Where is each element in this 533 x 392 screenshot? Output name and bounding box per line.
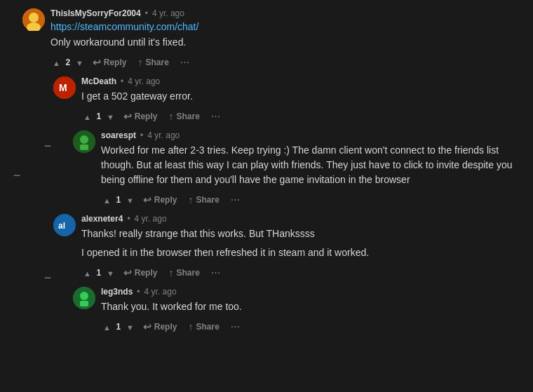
downvote-mcdeath[interactable] xyxy=(104,109,116,124)
vote-section-mcdeath: 1 xyxy=(81,109,116,124)
more-button-alexneter[interactable]: ··· xyxy=(207,265,224,281)
more-button-top[interactable]: ··· xyxy=(176,55,194,70)
vote-count-soarespt: 1 xyxy=(116,195,121,205)
share-icon-mcdeath xyxy=(168,111,173,122)
collapse-button-alexneter[interactable] xyxy=(42,215,53,341)
comment-row-alexneter: al alexneter4 • 4 yr. ago Thanks! really… xyxy=(53,214,522,281)
username-top: ThisIsMySorryFor2004 xyxy=(50,8,141,18)
top-comment-container: ThisIsMySorryFor2004 • 4 yr. ago https:/… xyxy=(11,8,522,341)
share-button-soarespt[interactable]: Share xyxy=(184,191,223,208)
timestamp-top: 4 yr. ago xyxy=(152,8,184,18)
downvote-icon-top xyxy=(76,56,83,69)
reply-button-mcdeath[interactable]: Reply xyxy=(119,108,162,125)
indent-soarespt: soarespt • 4 yr. ago Worked for me after… xyxy=(73,130,522,208)
upvote-mcdeath[interactable] xyxy=(81,109,93,124)
vote-section-top: 2 xyxy=(50,55,86,70)
comment-header-alexneter: alexneter4 • 4 yr. ago xyxy=(81,214,522,224)
minus-icon-alexneter xyxy=(44,271,52,285)
comment-text-top: Only workaround until it's fixed. xyxy=(50,35,522,50)
upvote-leg3nds[interactable] xyxy=(101,319,113,334)
share-icon-leg3nds xyxy=(188,321,193,332)
indent-alexneter: al alexneter4 • 4 yr. ago Thanks! really… xyxy=(42,214,522,341)
collapse-button-mcdeath[interactable] xyxy=(42,78,53,214)
reply-button-soarespt[interactable]: Reply xyxy=(139,191,182,208)
top-comment-subthread: ThisIsMySorryFor2004 • 4 yr. ago https:/… xyxy=(22,8,522,341)
share-button-leg3nds[interactable]: Share xyxy=(184,318,223,335)
mcdeath-subthread: M McDeath • 4 yr. ago I get a 502 gatewa… xyxy=(53,76,522,214)
reply-icon-top xyxy=(93,57,101,68)
svg-rect-12 xyxy=(80,301,88,306)
comment-actions-mcdeath: 1 Reply Share xyxy=(81,108,522,125)
comment-thread: ThisIsMySorryFor2004 • 4 yr. ago https:/… xyxy=(0,0,533,349)
comment-body-alexneter: alexneter4 • 4 yr. ago Thanks! really st… xyxy=(81,214,522,281)
username-soarespt: soarespt xyxy=(101,130,136,140)
comment-header-leg3nds: leg3nds • 4 yr. ago xyxy=(101,287,522,297)
comment-text-soarespt: Worked for me after 2-3 tries. Keep tryi… xyxy=(101,143,522,187)
upvote-icon-leg3nds xyxy=(103,320,111,333)
downvote-icon-mcdeath xyxy=(107,110,114,123)
share-icon-soarespt xyxy=(188,194,193,205)
avatar-mcdeath: M xyxy=(53,76,76,99)
vote-count-alexneter: 1 xyxy=(96,268,102,278)
timestamp-alexneter: 4 yr. ago xyxy=(135,214,167,224)
timestamp-mcdeath: 4 yr. ago xyxy=(128,76,160,86)
username-leg3nds: leg3nds xyxy=(101,287,133,297)
share-button-top[interactable]: Share xyxy=(133,54,173,71)
more-button-mcdeath[interactable]: ··· xyxy=(207,109,224,124)
comment-header-mcdeath: McDeath • 4 yr. ago xyxy=(81,76,522,86)
reply-icon-alexneter xyxy=(123,267,132,278)
share-icon-alexneter xyxy=(168,267,173,278)
comment-text-alexneter-1: Thanks! really strange that this works. … xyxy=(81,227,522,241)
comment-row-top: ThisIsMySorryFor2004 • 4 yr. ago https:/… xyxy=(22,8,522,71)
upvote-soarespt[interactable] xyxy=(101,192,113,208)
svg-rect-7 xyxy=(80,144,88,150)
share-button-alexneter[interactable]: Share xyxy=(164,264,203,281)
reply-icon-leg3nds xyxy=(143,321,151,332)
upvote-top[interactable] xyxy=(50,55,62,70)
collapse-button-top[interactable] xyxy=(11,10,22,341)
avatar-leg3nds xyxy=(73,287,95,309)
svg-text:al: al xyxy=(58,221,65,231)
share-button-mcdeath[interactable]: Share xyxy=(164,108,203,125)
timestamp-leg3nds: 4 yr. ago xyxy=(144,287,177,297)
steam-link[interactable]: https://steamcommunity.com/chat/ xyxy=(50,21,522,32)
comment-body-leg3nds: leg3nds • 4 yr. ago Thank you. It worked… xyxy=(101,287,522,335)
comment-row-leg3nds: leg3nds • 4 yr. ago Thank you. It worked… xyxy=(73,287,522,335)
reply-button-alexneter[interactable]: Reply xyxy=(119,264,162,281)
svg-point-6 xyxy=(80,135,88,144)
reply-button-top[interactable]: Reply xyxy=(88,54,131,71)
downvote-alexneter[interactable] xyxy=(104,265,116,281)
vote-count-leg3nds: 1 xyxy=(116,322,121,332)
vote-count-mcdeath: 1 xyxy=(96,111,102,121)
downvote-icon-alexneter xyxy=(107,266,114,279)
comment-actions-top: 2 Reply Share ··· xyxy=(50,54,522,71)
downvote-leg3nds[interactable] xyxy=(124,319,136,334)
comment-text-alexneter-2: I opened it in the browser then refreshe… xyxy=(81,245,522,260)
upvote-icon-mcdeath xyxy=(83,110,91,123)
upvote-alexneter[interactable] xyxy=(81,265,93,281)
vote-section-soarespt: 1 xyxy=(101,192,136,208)
svg-point-1 xyxy=(29,13,39,22)
comment-actions-alexneter: 1 Reply Share xyxy=(81,264,522,281)
more-button-soarespt[interactable]: ··· xyxy=(227,192,244,208)
mcdeath-comment-container: M McDeath • 4 yr. ago I get a 502 gatewa… xyxy=(42,76,522,214)
downvote-soarespt[interactable] xyxy=(124,192,136,208)
username-mcdeath: McDeath xyxy=(81,76,116,86)
comment-body-soarespt: soarespt • 4 yr. ago Worked for me after… xyxy=(101,130,522,208)
more-button-leg3nds[interactable]: ··· xyxy=(227,319,244,334)
comment-header-top: ThisIsMySorryFor2004 • 4 yr. ago xyxy=(50,8,522,18)
avatar-alexneter: al xyxy=(53,214,76,236)
downvote-top[interactable] xyxy=(74,55,86,70)
indent-leg3nds: leg3nds • 4 yr. ago Thank you. It worked… xyxy=(73,287,522,335)
minus-icon xyxy=(13,168,21,182)
comment-text-mcdeath: I get a 502 gateway error. xyxy=(81,89,522,104)
svg-point-11 xyxy=(80,292,88,300)
comment-header-soarespt: soarespt • 4 yr. ago xyxy=(101,130,522,140)
vote-section-leg3nds: 1 xyxy=(101,319,136,334)
upvote-icon-soarespt xyxy=(103,194,111,206)
indent-mcdeath: M McDeath • 4 yr. ago I get a 502 gatewa… xyxy=(42,76,522,214)
reply-button-leg3nds[interactable]: Reply xyxy=(139,318,182,335)
comment-row-soarespt: soarespt • 4 yr. ago Worked for me after… xyxy=(73,130,522,208)
vote-section-alexneter: 1 xyxy=(81,265,116,281)
comment-text-leg3nds: Thank you. It worked for me too. xyxy=(101,299,522,314)
